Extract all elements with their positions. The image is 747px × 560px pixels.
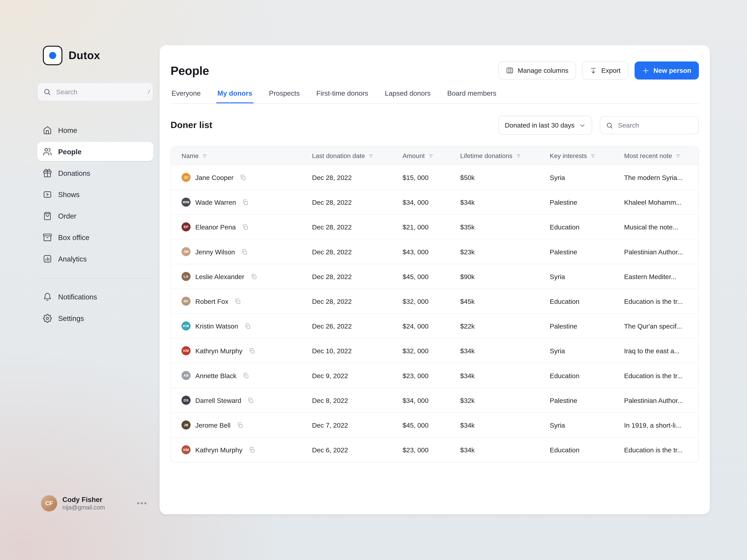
donor-name: Robert Fox [195, 297, 228, 305]
column-header-name: Name [171, 152, 312, 159]
export-icon [590, 67, 597, 74]
sidebar-search-input[interactable] [55, 87, 143, 96]
new-person-button[interactable]: New person [634, 61, 699, 79]
key-interest: Syria [550, 421, 624, 429]
sidebar-item-analytics[interactable]: Analytics [37, 249, 153, 268]
bell-icon [43, 292, 52, 301]
table-row[interactable]: KM Kathryn Murphy Dec 10, 2022 $32, 000 … [171, 338, 698, 363]
copy-icon[interactable] [242, 372, 249, 379]
sidebar-item-shows[interactable]: Shows [37, 185, 153, 204]
donor-name: Wade Warren [195, 198, 236, 206]
tab-prospects[interactable]: Prospects [268, 89, 301, 103]
last-donation-date: Dec 7, 2022 [312, 421, 403, 429]
filter-icon[interactable] [202, 153, 207, 158]
sidebar-item-label: People [58, 147, 81, 155]
table-row[interactable]: WW Wade Warren Dec 28, 2022 $34, 000 $34… [171, 189, 698, 214]
copy-icon[interactable] [244, 323, 251, 329]
lifetime-donations: $35k [460, 223, 550, 231]
lifetime-donations: $34k [460, 421, 550, 429]
table-row[interactable]: JW Jenny Wilson Dec 28, 2022 $43, 000 $2… [171, 239, 698, 264]
table-row[interactable]: JB Jerome Bell Dec 7, 2022 $45, 000 $34k… [171, 412, 698, 437]
donor-name: Kristin Watson [195, 322, 238, 330]
table-row[interactable]: RF Robert Fox Dec 28, 2022 $32, 000 $45k… [171, 289, 698, 313]
user-menu-icon[interactable]: ••• [137, 499, 151, 508]
table-row[interactable]: EP Eleanor Pena Dec 28, 2022 $21, 000 $3… [171, 214, 698, 239]
plus-icon [642, 67, 649, 74]
copy-icon[interactable] [250, 273, 257, 280]
filter-icon[interactable] [368, 153, 374, 158]
sidebar-item-box-office[interactable]: Box office [37, 228, 153, 246]
export-label: Export [601, 67, 621, 74]
last-donation-date: Dec 6, 2022 [312, 446, 403, 454]
filter-icon[interactable] [428, 153, 433, 158]
most-recent-note: The modern Syria... [624, 174, 698, 181]
copy-icon[interactable] [234, 298, 241, 304]
donation-amount: $34, 000 [403, 396, 460, 404]
table-row[interactable]: JC Jane Cooper Dec 28, 2022 $15, 000 $50… [171, 165, 698, 189]
lifetime-donations: $34k [460, 198, 550, 206]
sidebar-nav: Home People Donations Shows Order Box of… [37, 121, 153, 270]
app-name: Dutox [69, 49, 100, 62]
table-row[interactable]: DS Darrell Steward Dec 8, 2022 $34, 000 … [171, 388, 698, 412]
sidebar-search[interactable]: / [37, 82, 153, 101]
donation-amount: $15, 000 [403, 174, 460, 181]
last-donation-date: Dec 28, 2022 [312, 248, 403, 256]
lifetime-donations: $34k [460, 347, 550, 354]
table-row[interactable]: AB Annette Black Dec 9, 2022 $23, 000 $3… [171, 363, 698, 388]
table-row[interactable]: KM Kathryn Murphy Dec 6, 2022 $23, 000 $… [171, 437, 698, 462]
donor-name: Leslie Alexander [195, 273, 244, 280]
lifetime-donations: $34k [460, 446, 550, 454]
table-row[interactable]: KW Kristin Watson Dec 26, 2022 $24, 000 … [171, 313, 698, 338]
sidebar-item-people[interactable]: People [37, 142, 153, 161]
table-search-input[interactable] [617, 121, 693, 130]
sidebar-item-notifications[interactable]: Notifications [37, 287, 153, 306]
copy-icon[interactable] [241, 248, 248, 255]
table-search[interactable] [600, 116, 699, 134]
tab-my-donors[interactable]: My donors [216, 89, 253, 103]
column-header-most-recent-note: Most recent note [624, 152, 698, 159]
copy-icon[interactable] [249, 447, 255, 453]
copy-icon[interactable] [242, 199, 249, 206]
sidebar-item-label: Donations [58, 169, 90, 177]
last-donation-date: Dec 8, 2022 [312, 396, 403, 404]
table-row[interactable]: LA Leslie Alexander Dec 28, 2022 $45, 00… [171, 264, 698, 289]
user-profile[interactable]: CF Cody Fisher nija@gmail.com ••• [37, 495, 153, 514]
filter-icon[interactable] [675, 153, 680, 158]
search-icon [44, 88, 51, 96]
sidebar-item-donations[interactable]: Donations [37, 163, 153, 182]
sidebar-item-label: Notifications [58, 293, 97, 301]
copy-icon[interactable] [240, 174, 246, 181]
sidebar-item-home[interactable]: Home [37, 121, 153, 139]
last-donation-date: Dec 28, 2022 [312, 174, 403, 181]
filter-icon[interactable] [590, 153, 596, 158]
avatar: DS [181, 396, 190, 405]
most-recent-note: Education is the tr... [624, 297, 698, 305]
copy-icon[interactable] [242, 223, 249, 230]
lifetime-donations: $23k [460, 248, 550, 256]
donor-name: Kathryn Murphy [195, 347, 242, 354]
donation-amount: $32, 000 [403, 347, 460, 354]
tab-board-members[interactable]: Board members [446, 89, 497, 103]
most-recent-note: Iraq to the east a... [624, 347, 698, 354]
avatar: WW [181, 197, 190, 207]
copy-icon[interactable] [237, 422, 243, 428]
manage-columns-button[interactable]: Manage columns [498, 61, 576, 79]
donation-amount: $45, 000 [403, 421, 460, 429]
tab-everyone[interactable]: Everyone [171, 89, 202, 103]
home-icon [43, 126, 52, 135]
sidebar-item-order[interactable]: Order [37, 206, 153, 225]
export-button[interactable]: Export [582, 61, 628, 79]
date-filter-dropdown[interactable]: Donated in last 30 days [498, 116, 592, 135]
filter-icon[interactable] [516, 153, 521, 158]
copy-icon[interactable] [249, 347, 255, 354]
sidebar-item-settings[interactable]: Settings [37, 309, 153, 328]
users-icon [43, 147, 52, 156]
copy-icon[interactable] [248, 397, 254, 404]
sidebar-item-label: Home [58, 126, 77, 134]
page-title: People [171, 63, 209, 77]
tab-lapsed-donors[interactable]: Lapsed donors [384, 89, 432, 103]
most-recent-note: Khaleel Mohamm... [624, 198, 698, 206]
sidebar-item-label: Shows [58, 190, 79, 198]
new-person-label: New person [653, 67, 691, 74]
tab-first-time-donors[interactable]: First-time donors [315, 89, 369, 103]
